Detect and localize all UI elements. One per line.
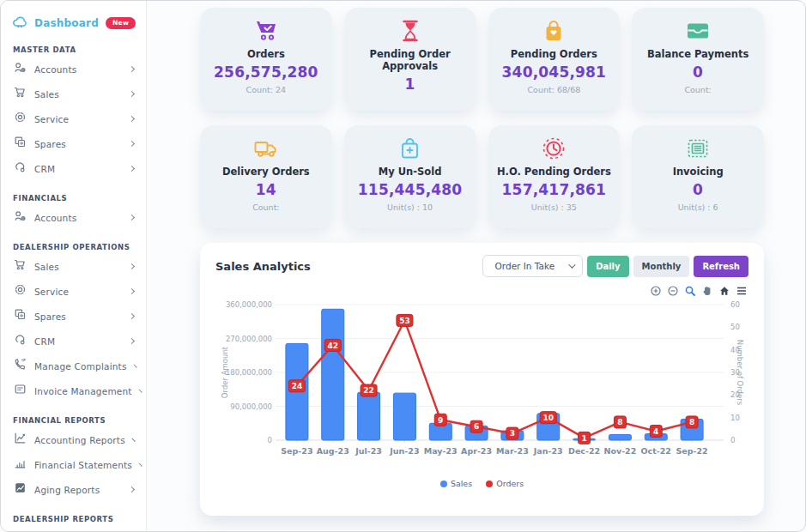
stat-card-delivery-orders[interactable]: Delivery Orders14Count:	[200, 125, 332, 228]
svg-text:10: 10	[542, 414, 554, 422]
pan-icon[interactable]	[702, 286, 712, 296]
sidebar-item-manage-complaints[interactable]: Manage Complaints	[1, 354, 146, 378]
chevron-right-icon	[129, 66, 135, 72]
stat-card-my-un-sold[interactable]: My Un-Sold115,445,480Unit(s) : 10	[344, 125, 476, 228]
stat-card-subtext: Count:	[200, 203, 332, 212]
sidebar-item-accounts[interactable]: Accounts	[1, 205, 146, 230]
chevron-right-icon	[129, 116, 135, 122]
stat-card-title: My Un-Sold	[344, 166, 476, 178]
svg-text:42: 42	[327, 342, 338, 350]
sidebar-item-invoice-management[interactable]: Invoice Management	[1, 378, 146, 403]
sidebar-item-label: CRM	[34, 164, 55, 174]
stat-card-title: Invoicing	[632, 166, 764, 178]
stat-card-value: 340,045,981	[488, 63, 621, 81]
svg-text:Number of Orders: Number of Orders	[736, 340, 744, 406]
sidebar-item-spares[interactable]: Spares	[1, 131, 146, 156]
svg-text:Order Amount: Order Amount	[221, 346, 229, 398]
sidebar-item-dashboard[interactable]: Dashboard New	[1, 11, 146, 33]
stat-card-pending-orders[interactable]: Pending Orders340,045,981Count: 68/68	[488, 8, 621, 111]
sidebar-item-financial-statements[interactable]: Financial Statements	[1, 452, 146, 477]
stat-card-subtext: Count: 68/68	[488, 85, 621, 94]
chevron-right-icon	[129, 141, 135, 147]
stat-card-subtext: Unit(s) : 10	[344, 203, 476, 212]
user-icon	[14, 61, 27, 77]
sidebar-item-label: Financial Statements	[34, 460, 132, 470]
sidebar-section-title: DEALERSHIP OPERATIONS	[13, 243, 134, 251]
stat-card-invoicing[interactable]: Invoicing0Unit(s) : 6	[632, 125, 764, 228]
svg-text:8: 8	[688, 418, 694, 426]
sidebar-item-accounts[interactable]: Accounts	[1, 57, 146, 82]
chevron-right-icon	[129, 288, 135, 294]
sidebar-item-sales[interactable]: Sales	[1, 82, 146, 106]
monthly-button[interactable]: Monthly	[633, 256, 690, 277]
svg-text:0: 0	[730, 436, 735, 444]
stat-card-pending-order-approvals[interactable]: Pending Order Approvals1	[344, 8, 476, 111]
svg-text:180,000,000: 180,000,000	[225, 368, 271, 377]
svg-text:0: 0	[267, 436, 271, 444]
svg-text:360,000,000: 360,000,000	[225, 300, 271, 309]
stat-card-balance-payments[interactable]: Balance Payments0Count:	[632, 8, 764, 111]
panel-title: Sales Analytics	[215, 260, 311, 273]
cart-icon	[14, 258, 27, 275]
svg-text:24: 24	[291, 382, 302, 390]
svg-text:53: 53	[399, 317, 410, 325]
stat-card-orders[interactable]: Orders256,575,280Count: 24	[200, 8, 332, 111]
menu-icon[interactable]	[736, 286, 747, 296]
gear-icon	[14, 111, 27, 127]
svg-text:270,000,000: 270,000,000	[225, 335, 271, 343]
sidebar-item-accounting-reports[interactable]: Accounting Reports	[1, 427, 146, 452]
sidebar-item-crm[interactable]: CRM	[1, 156, 146, 181]
svg-text:1: 1	[581, 434, 586, 443]
crm-icon	[14, 160, 27, 177]
chevron-down-icon	[568, 261, 575, 268]
hourglass-icon	[344, 19, 476, 43]
legend-item-orders[interactable]: Orders	[486, 479, 524, 488]
svg-text:Jan-23: Jan-23	[532, 446, 562, 456]
sidebar-item-aging-reports[interactable]: Aging Reports	[1, 477, 146, 502]
sidebar-section-title: FINANCIAL REPORTS	[13, 416, 134, 425]
stat-card-title: Orders	[200, 49, 332, 61]
svg-text:Nov-22: Nov-22	[603, 446, 636, 456]
chevron-right-icon	[129, 487, 135, 493]
legend-item-sales[interactable]: Sales	[440, 479, 472, 488]
stat-card-subtext: Unit(s) : 6	[632, 203, 764, 212]
stat-card-value: 14	[200, 181, 332, 198]
sidebar-item-service[interactable]: Service	[1, 106, 146, 131]
sidebar-item-label: Manage Complaints	[34, 361, 127, 372]
sidebar-section-title: FINANCIALS	[13, 194, 134, 203]
user-icon	[14, 209, 27, 226]
stat-card-h-o-pending-orders[interactable]: H.O. Pending Orders157,417,861Unit(s) : …	[488, 125, 621, 228]
sales-analytics-chart[interactable]: 360,000,000270,000,000180,000,00090,000,…	[217, 296, 748, 478]
stat-card-title: H.O. Pending Orders	[488, 166, 621, 178]
wallet-icon	[632, 19, 764, 43]
stat-cards-grid: Orders256,575,280Count: 24Pending Order …	[200, 8, 764, 228]
chart-toolbar	[215, 286, 747, 296]
sidebar-item-label: Spares	[34, 139, 66, 149]
stat-card-subtext: Count: 24	[200, 85, 332, 94]
svg-text:Jul-23: Jul-23	[355, 446, 382, 456]
home-icon[interactable]	[719, 286, 730, 296]
sidebar-item-service[interactable]: Service	[1, 279, 146, 304]
refresh-button[interactable]: Refresh	[694, 256, 748, 277]
chart-legend: SalesOrders	[215, 479, 748, 488]
svg-text:9: 9	[438, 416, 443, 425]
selection-zoom-icon[interactable]	[685, 286, 695, 296]
chart-bar-icon	[14, 456, 27, 473]
order-type-selected-value: Order In Take	[495, 261, 555, 271]
zoom-in-icon[interactable]	[651, 286, 661, 296]
daily-button[interactable]: Daily	[587, 256, 628, 277]
new-badge: New	[106, 17, 136, 29]
zoom-out-icon[interactable]	[668, 286, 678, 296]
legend-label: Sales	[451, 479, 472, 488]
sidebar-item-crm[interactable]: CRM	[1, 329, 146, 354]
stat-card-value: 256,575,280	[200, 63, 332, 81]
sidebar-item-label: Accounts	[34, 64, 76, 75]
sidebar-item-sales[interactable]: Sales	[1, 254, 146, 279]
stat-card-title: Pending Orders	[488, 49, 621, 61]
sidebar-item-spares[interactable]: Spares	[1, 304, 146, 329]
svg-text:Sep-22: Sep-22	[676, 446, 707, 456]
sidebar-nav: MASTER DATAAccountsSalesServiceSparesCRM…	[1, 45, 146, 523]
svg-text:90,000,000: 90,000,000	[230, 402, 272, 411]
order-type-select[interactable]: Order In Take	[482, 255, 584, 277]
spares-icon	[14, 308, 27, 324]
